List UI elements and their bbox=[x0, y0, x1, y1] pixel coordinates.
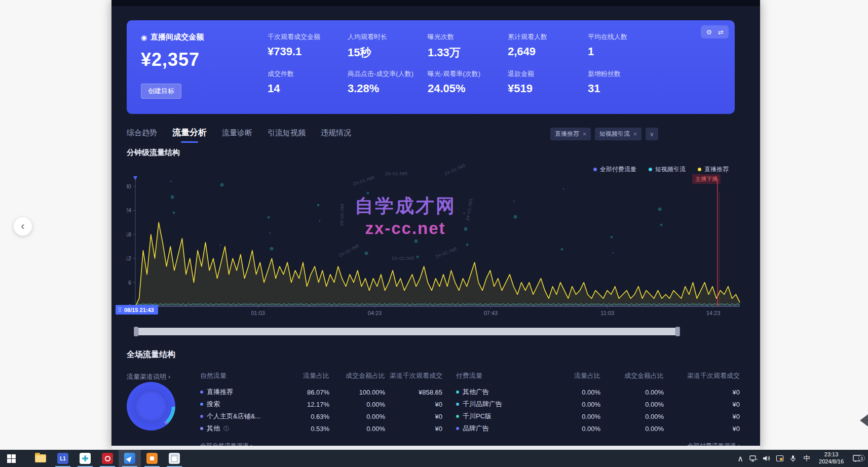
value-cell: ¥0 bbox=[385, 401, 442, 408]
taskbar-apps: L1✚ bbox=[0, 450, 185, 467]
slider-left-handle[interactable] bbox=[134, 327, 138, 336]
column-header: 渠道千次观看成交 bbox=[385, 371, 442, 380]
legend-dot bbox=[593, 168, 597, 171]
taskbar-app-orange[interactable] bbox=[141, 450, 163, 467]
value-cell: 0.00% bbox=[542, 388, 600, 396]
tray-snip-icon[interactable] bbox=[774, 455, 785, 462]
next-arrow[interactable] bbox=[860, 414, 868, 426]
channel-help-link[interactable]: 流量渠道说明 › bbox=[127, 372, 170, 381]
kpi-metric-value: 3.28% bbox=[348, 82, 428, 95]
value-cell: 0.00% bbox=[329, 401, 385, 408]
x-tick-label: 07:43 bbox=[484, 310, 498, 316]
slider-right-handle[interactable] bbox=[675, 327, 680, 336]
kpi-main-value: ¥2,357 bbox=[141, 49, 257, 70]
channel-name: 搜索 bbox=[207, 400, 220, 409]
value-cell: ¥0 bbox=[385, 413, 442, 420]
x-tick-label: 04:23 bbox=[368, 310, 382, 316]
create-goal-button[interactable]: 创建目标 bbox=[141, 84, 181, 99]
channel-help-text: 流量渠道说明 bbox=[127, 373, 166, 380]
channel-name-cell: 品牌广告 bbox=[456, 424, 542, 433]
channel-name: 千川PC版 bbox=[463, 412, 492, 421]
speck bbox=[369, 208, 370, 210]
paid-traffic-table: 付费流量流量占比成交金额占比渠道千次观看成交其他广告0.00%0.00%¥0千川… bbox=[456, 370, 740, 450]
filter-chip[interactable]: 短视频引流× bbox=[595, 128, 641, 140]
chart-range-slider[interactable] bbox=[134, 328, 680, 335]
notification-center-icon[interactable]: 3 bbox=[850, 454, 865, 462]
channel-dot bbox=[200, 415, 203, 418]
speck bbox=[171, 196, 174, 199]
ime-indicator[interactable]: 中 bbox=[801, 454, 813, 463]
gear-icon[interactable]: ⚙ bbox=[706, 28, 712, 36]
table-header-row: 自然流量流量占比成交金额占比渠道千次观看成交 bbox=[200, 370, 442, 382]
kpi-summary-panel: ◉ 直播间成交金额 ¥2,357 创建目标 千次观看成交金额¥739.1人均观看… bbox=[127, 20, 735, 114]
tab-综合趋势[interactable]: 综合趋势 bbox=[127, 128, 157, 142]
channel-name-cell: 千川PC版 bbox=[456, 412, 542, 421]
tray-network-icon[interactable] bbox=[748, 455, 759, 462]
tray-volume-icon[interactable] bbox=[761, 455, 772, 462]
speck bbox=[561, 248, 563, 251]
column-header: 渠道千次观看成交 bbox=[664, 371, 740, 380]
table-row: 搜索12.17%0.00%¥0 bbox=[200, 398, 442, 410]
taskbar-app-red-ring[interactable] bbox=[96, 450, 119, 467]
channel-dot bbox=[200, 403, 203, 406]
taskbar-file-explorer[interactable] bbox=[29, 450, 52, 467]
speck bbox=[514, 215, 517, 219]
x-tick-label: 11:03 bbox=[600, 310, 614, 316]
y-tick-label: 30 bbox=[127, 183, 131, 189]
filter-dropdown-chip[interactable]: ∨ bbox=[646, 128, 658, 140]
kpi-metric: 累计观看人数2,649 bbox=[508, 32, 588, 69]
start-time-label: 08/15 21:43 bbox=[124, 307, 154, 313]
close-icon[interactable]: × bbox=[583, 131, 586, 138]
channel-name-cell: 其他广告 bbox=[456, 387, 542, 397]
channel-dot bbox=[456, 403, 459, 406]
kpi-metric: 成交件数14 bbox=[268, 69, 348, 106]
live-dashboard-window: ◉ 直播间成交金额 ¥2,357 创建目标 千次观看成交金额¥739.1人均观看… bbox=[111, 0, 760, 450]
y-tick-label: 6 bbox=[128, 280, 131, 286]
kpi-metric-label: 退款金额 bbox=[508, 69, 588, 79]
speck bbox=[170, 181, 172, 182]
info-icon[interactable]: ⓘ bbox=[223, 425, 229, 433]
close-icon[interactable]: × bbox=[633, 131, 637, 138]
legend-dot bbox=[698, 168, 701, 171]
speck bbox=[270, 232, 271, 234]
taskbar-app-l1[interactable]: L1 bbox=[52, 450, 74, 467]
speck bbox=[220, 245, 221, 246]
table-row: 个人主页&店铺&...0.63%0.00%¥0 bbox=[200, 410, 442, 422]
tray-chevron-up-icon[interactable]: ∧ bbox=[735, 454, 746, 463]
value-cell: ¥0 bbox=[664, 425, 740, 433]
tab-流量诊断[interactable]: 流量诊断 bbox=[222, 128, 252, 142]
channel-name: 品牌广告 bbox=[463, 424, 489, 433]
tab-违规情况[interactable]: 违规情况 bbox=[321, 128, 351, 142]
speck bbox=[319, 220, 321, 222]
clock-date: 2024/8/16 bbox=[819, 458, 844, 465]
kpi-metric-value: 15秒 bbox=[348, 45, 428, 60]
kpi-metric-label: 商品点击-成交率(人数) bbox=[348, 69, 428, 79]
speck bbox=[464, 227, 468, 231]
taskbar-app-teal-plus[interactable]: ✚ bbox=[74, 450, 96, 467]
kpi-metric: 曝光次数1.33万 bbox=[428, 32, 508, 69]
kpi-metric-label: 新增粉丝数 bbox=[588, 69, 668, 79]
y-tick-label: 12 bbox=[127, 255, 131, 261]
taskbar-clock[interactable]: 23:13 2024/8/16 bbox=[815, 451, 848, 465]
tab-流量分析[interactable]: 流量分析 bbox=[172, 127, 207, 143]
overall-section-title: 全场流量结构 bbox=[127, 349, 175, 360]
filter-chip[interactable]: 直播推荐× bbox=[550, 128, 591, 140]
previous-arrow-button[interactable]: ‹ bbox=[14, 217, 32, 236]
taskbar-app-blue-cursor[interactable] bbox=[119, 450, 141, 467]
chart-start-time-tag[interactable]: 08/15 21:43 bbox=[116, 305, 158, 315]
tab-引流短视频[interactable]: 引流短视频 bbox=[268, 128, 306, 142]
channel-name: 直播推荐 bbox=[207, 387, 233, 397]
table-row: 直播推荐86.07%100.00%¥858.65 bbox=[200, 386, 442, 398]
kpi-metric-label: 成交件数 bbox=[268, 69, 348, 79]
taskbar-notepad[interactable] bbox=[163, 450, 185, 467]
notification-badge: 3 bbox=[858, 455, 865, 461]
kpi-main-metric: ◉ 直播间成交金额 ¥2,357 创建目标 bbox=[141, 32, 257, 99]
taskbar-start-button[interactable] bbox=[0, 450, 22, 467]
channel-name: 个人主页&店铺&... bbox=[207, 412, 260, 421]
swap-icon[interactable]: ⇄ bbox=[718, 28, 724, 36]
minute-traffic-chart[interactable]: 061218243001:0304:2307:4311:0314:23 08/1… bbox=[127, 172, 745, 324]
y-tick-label: 24 bbox=[127, 207, 131, 213]
kpi-metric-value: ¥519 bbox=[508, 82, 588, 95]
tray-mic-icon[interactable] bbox=[787, 455, 799, 462]
clock-time: 23:13 bbox=[819, 451, 844, 458]
